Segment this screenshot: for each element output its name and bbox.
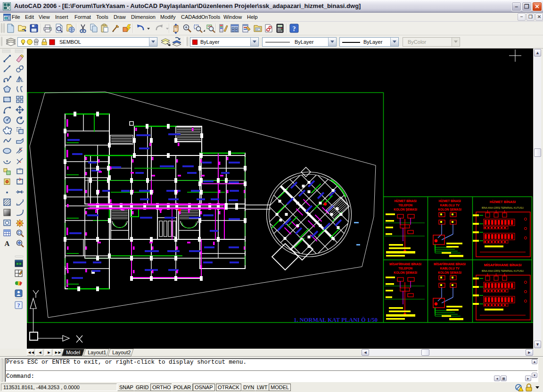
svg-text:HİZMET BİNASI: HİZMET BİNASI xyxy=(490,200,516,204)
svg-text:BİNA ANA GİRİŞ TERMİNAL KUTUSU: BİNA ANA GİRİŞ TERMİNAL KUTUSU xyxy=(482,270,524,272)
svg-text:TELEFON: TELEFON xyxy=(398,267,412,270)
svg-text:KOLON ŞEMASI: KOLON ŞEMASI xyxy=(394,208,417,212)
svg-text:BİNA ANA GİRİŞ TERMİNAL KUTUSU: BİNA ANA GİRİŞ TERMİNAL KUTUSU xyxy=(482,206,524,209)
svg-text:1. NORMAL KAT PLANI Ö 1/50: 1. NORMAL KAT PLANI Ö 1/50 xyxy=(294,317,378,323)
svg-text:MİSAFİRHANE BİNASI: MİSAFİRHANE BİNASI xyxy=(389,262,421,266)
svg-text:A: A xyxy=(5,240,10,247)
svg-text:MİSAFİRHANE BİNASI: MİSAFİRHANE BİNASI xyxy=(434,262,466,266)
svg-text:KOLON ŞEMASI: KOLON ŞEMASI xyxy=(438,208,461,212)
svg-text:TELEFON: TELEFON xyxy=(398,204,412,207)
svg-text:KABLOLU TV: KABLOLU TV xyxy=(440,204,460,207)
svg-text:?: ? xyxy=(17,302,20,309)
svg-text:KABLOLU TV: KABLOLU TV xyxy=(440,267,460,270)
svg-text:KOLON ŞEMASI: KOLON ŞEMASI xyxy=(394,271,417,275)
svg-text:HİZMET BİNASI: HİZMET BİNASI xyxy=(394,199,416,203)
svg-text:?: ? xyxy=(293,25,296,33)
svg-text:HİZMET BİNASI: HİZMET BİNASI xyxy=(438,199,461,203)
svg-text:KOLON ŞEMASI: KOLON ŞEMASI xyxy=(438,271,461,275)
svg-text:MİSAFİRHANE BİNASI: MİSAFİRHANE BİNASI xyxy=(484,263,522,267)
